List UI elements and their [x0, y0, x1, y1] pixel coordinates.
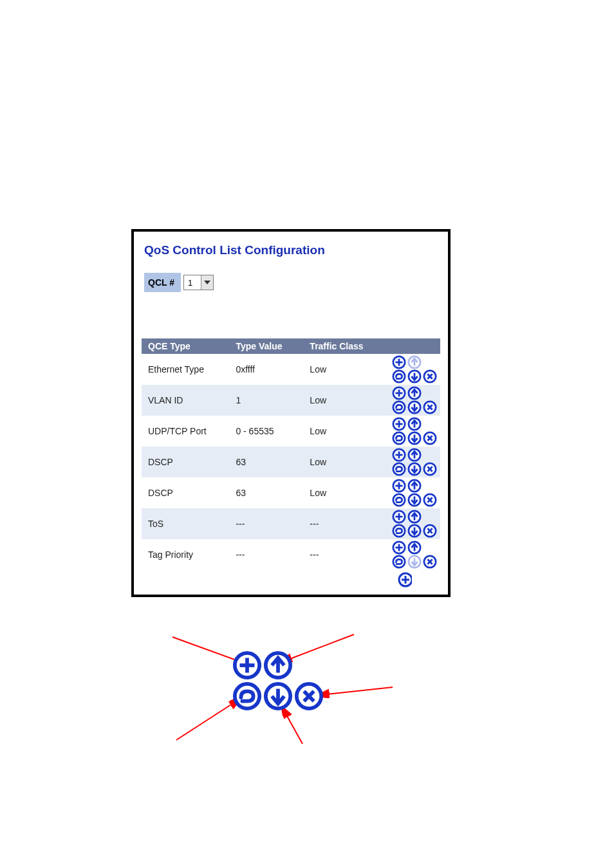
cell-traffic-class: ---: [310, 519, 390, 529]
plus-icon[interactable]: [392, 479, 406, 493]
cell-qce-type: DSCP: [142, 488, 236, 498]
edit-icon[interactable]: [392, 369, 406, 383]
cell-traffic-class: Low: [310, 395, 390, 405]
delete-icon[interactable]: [423, 493, 437, 507]
move-down-icon[interactable]: [407, 462, 422, 476]
cell-type-value: 0 - 65535: [236, 426, 310, 436]
qcl-label: QCL #: [144, 273, 181, 292]
cell-type-value: ---: [236, 519, 310, 529]
cell-type-value: 0xffff: [236, 364, 310, 374]
table-header: QCE Type Type Value Traffic Class: [142, 338, 440, 354]
delete-icon[interactable]: [423, 462, 437, 476]
move-down-icon[interactable]: [407, 555, 422, 569]
qcl-select[interactable]: 1: [183, 275, 214, 290]
cell-actions: [390, 540, 440, 569]
move-down-icon[interactable]: [407, 369, 422, 383]
header-traffic-class: Traffic Class: [310, 341, 390, 351]
header-type-value: Type Value: [236, 341, 310, 351]
plus-icon[interactable]: [392, 540, 406, 555]
move-up-icon[interactable]: [407, 540, 422, 555]
plus-icon[interactable]: [392, 386, 406, 400]
delete-icon[interactable]: [423, 369, 437, 383]
move-down-icon[interactable]: [407, 400, 422, 414]
move-down-icon[interactable]: [407, 493, 422, 507]
plus-icon[interactable]: [392, 355, 406, 369]
edit-icon[interactable]: [392, 524, 406, 538]
move-up-icon: [263, 650, 293, 681]
cell-actions: [390, 355, 440, 383]
table-row: DSCP63Low: [142, 447, 440, 477]
cell-traffic-class: Low: [310, 488, 390, 498]
table-row: Ethernet Type0xffffLow: [142, 354, 440, 385]
edit-icon[interactable]: [392, 462, 406, 476]
table-row: ToS------: [142, 508, 440, 539]
plus-icon[interactable]: [392, 417, 406, 431]
cell-qce-type: UDP/TCP Port: [142, 426, 236, 436]
cell-actions: [390, 386, 440, 414]
qce-table: QCE Type Type Value Traffic Class Ethern…: [142, 338, 440, 587]
cell-actions: [390, 479, 440, 507]
edit-icon: [232, 681, 263, 712]
header-qce-type: QCE Type: [142, 341, 236, 351]
cell-actions: [390, 510, 440, 538]
cell-actions: [390, 448, 440, 476]
table-row: UDP/TCP Port0 - 65535Low: [142, 416, 440, 447]
cell-qce-type: VLAN ID: [142, 395, 236, 405]
cell-qce-type: Tag Priority: [142, 549, 236, 560]
move-up-icon[interactable]: [407, 510, 422, 524]
table-row: DSCP63Low: [142, 477, 440, 508]
delete-icon[interactable]: [423, 524, 437, 538]
cell-actions: [390, 417, 440, 445]
svg-line-11: [283, 709, 302, 744]
delete-icon[interactable]: [423, 400, 437, 414]
plus-icon[interactable]: [392, 448, 406, 462]
svg-line-10: [321, 687, 393, 695]
table-row: VLAN ID1Low: [142, 385, 440, 416]
qcl-select-value: 1: [184, 275, 201, 290]
cell-traffic-class: Low: [310, 457, 390, 467]
table-row: Tag Priority------: [142, 539, 440, 570]
move-up-icon[interactable]: [407, 417, 422, 431]
move-up-icon[interactable]: [407, 386, 422, 400]
add-row: [142, 573, 440, 587]
move-down-icon[interactable]: [407, 524, 422, 538]
move-down-icon: [263, 681, 293, 712]
edit-icon[interactable]: [392, 493, 406, 507]
plus-icon: [232, 650, 263, 681]
cell-type-value: 1: [236, 395, 310, 405]
svg-marker-7: [204, 281, 210, 284]
cell-traffic-class: ---: [310, 549, 390, 560]
qos-config-panel: QoS Control List Configuration QCL # 1 Q…: [131, 229, 451, 597]
plus-icon[interactable]: [398, 573, 412, 587]
cell-qce-type: DSCP: [142, 457, 236, 467]
cell-qce-type: ToS: [142, 519, 236, 529]
edit-icon[interactable]: [392, 431, 406, 445]
move-up-icon[interactable]: [407, 355, 422, 369]
cell-qce-type: Ethernet Type: [142, 364, 236, 374]
icon-legend-diagram: [154, 631, 425, 753]
delete-icon: [293, 681, 324, 712]
cell-type-value: 63: [236, 457, 310, 467]
chevron-down-icon: [201, 275, 213, 290]
qcl-selector-row: QCL # 1: [144, 273, 440, 292]
cell-type-value: 63: [236, 488, 310, 498]
svg-line-12: [176, 700, 238, 740]
page-title: QoS Control List Configuration: [144, 243, 440, 257]
move-up-icon[interactable]: [407, 448, 422, 462]
cell-traffic-class: Low: [310, 426, 390, 436]
edit-icon[interactable]: [392, 555, 406, 569]
move-up-icon[interactable]: [407, 479, 422, 493]
delete-icon[interactable]: [423, 431, 437, 445]
move-down-icon[interactable]: [407, 431, 422, 445]
edit-icon[interactable]: [392, 400, 406, 414]
plus-icon[interactable]: [392, 510, 406, 524]
cell-traffic-class: Low: [310, 364, 390, 374]
cell-type-value: ---: [236, 549, 310, 560]
delete-icon[interactable]: [423, 555, 437, 569]
